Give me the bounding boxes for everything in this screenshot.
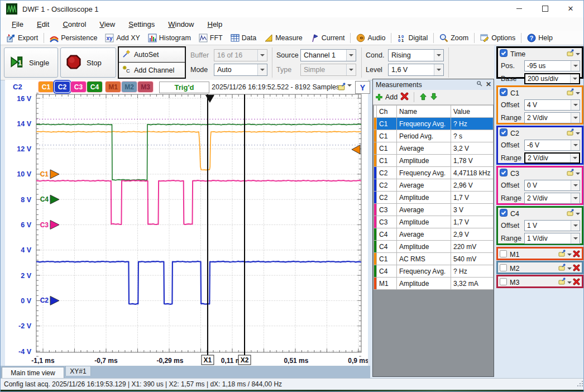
channel-button-M2[interactable]: M2 xyxy=(122,82,137,92)
delete-channel-icon[interactable] xyxy=(573,278,580,288)
c4-offset-select[interactable]: 1 V xyxy=(524,220,580,231)
scope-plot[interactable]: C1C4C3C216 V14 V12 V10 V8 V6 V4 V2 V0 V-… xyxy=(5,80,368,366)
channel-menu-icon[interactable] xyxy=(567,169,575,179)
mode-select[interactable]: Auto xyxy=(214,64,267,76)
channel-menu-icon[interactable] xyxy=(567,49,575,59)
histogram-button[interactable]: Histogram xyxy=(144,32,195,44)
pin-icon[interactable] xyxy=(476,80,482,88)
menu-window[interactable]: Window xyxy=(161,18,200,30)
measurement-row[interactable]: C2Amplitude1,7 V xyxy=(374,192,494,204)
persistence-button[interactable]: Persistence xyxy=(46,32,101,44)
channel-menu-icon[interactable] xyxy=(567,88,575,98)
menu-file[interactable]: File xyxy=(5,18,30,30)
maximize-button[interactable] xyxy=(532,1,558,17)
measurement-row[interactable]: C4Amplitude220 mV xyxy=(374,241,494,253)
fft-button[interactable]: FFT xyxy=(195,32,227,44)
delete-measurement-button[interactable] xyxy=(400,92,409,102)
chevron-down-icon[interactable] xyxy=(571,61,580,71)
digital-button[interactable]: 1001Digital xyxy=(393,32,432,44)
checkbox-M2[interactable] xyxy=(500,264,507,274)
export-button[interactable]: Export xyxy=(3,32,42,44)
measurement-row[interactable]: C1AC RMS540 mV xyxy=(374,253,494,265)
addxy-button[interactable]: xyAdd XY xyxy=(101,32,143,44)
channel-button-C2[interactable]: C2 xyxy=(55,82,70,92)
measurement-row[interactable]: C1Frequency Avg.? Hz xyxy=(374,118,494,130)
buffer-select[interactable]: 16 of 16 xyxy=(214,49,267,61)
autoset-button[interactable]: AutoSet xyxy=(119,47,185,63)
c3-range-select[interactable]: 2 V/div xyxy=(524,193,580,204)
checkbox-M1[interactable] xyxy=(500,250,507,260)
chevron-down-icon[interactable] xyxy=(347,87,352,97)
add-channel-button[interactable]: C Add Channel xyxy=(119,63,185,78)
chevron-down-icon[interactable] xyxy=(571,193,580,203)
menu-edit[interactable]: Edit xyxy=(30,18,56,30)
channel-menu-icon[interactable] xyxy=(567,128,575,138)
channel-button-C4[interactable]: C4 xyxy=(87,82,102,92)
checkbox-C4[interactable] xyxy=(500,209,508,219)
time-pos-select[interactable]: -95 us xyxy=(524,60,580,71)
move-up-button[interactable] xyxy=(419,93,427,102)
menu-help[interactable]: Help xyxy=(200,18,229,30)
c1-offset-select[interactable]: 4 V xyxy=(524,99,580,111)
help-button[interactable]: ?Help xyxy=(523,32,557,44)
channel-menu-icon[interactable] xyxy=(558,250,566,260)
level-select[interactable]: 1,6 V xyxy=(388,64,444,76)
channel-menu-icon[interactable] xyxy=(558,278,566,288)
chevron-down-icon[interactable] xyxy=(571,140,580,150)
audio-button[interactable]: Audio xyxy=(352,32,389,44)
chevron-down-icon[interactable] xyxy=(571,233,580,243)
chevron-down-icon[interactable] xyxy=(571,180,580,190)
channel-button-C3[interactable]: C3 xyxy=(71,82,86,92)
measurement-row[interactable]: C1Period Avg.? s xyxy=(374,130,494,142)
move-down-button[interactable] xyxy=(430,93,438,102)
chevron-down-icon[interactable] xyxy=(571,221,580,231)
c1-range-select[interactable]: 2 V/div xyxy=(524,112,580,123)
c2-range-select[interactable]: 2 V/div xyxy=(524,152,580,164)
minimize-button[interactable] xyxy=(506,1,532,17)
column-header-value[interactable]: Value xyxy=(451,106,494,118)
delete-channel-icon[interactable] xyxy=(573,250,580,260)
column-header-name[interactable]: Name xyxy=(397,106,451,118)
tab-xy-1[interactable]: XY#1 xyxy=(65,366,91,376)
measurement-row[interactable]: C3Average3 V xyxy=(374,204,494,216)
checkbox-time[interactable] xyxy=(500,49,508,59)
menu-settings[interactable]: Settings xyxy=(122,18,161,30)
c2-offset-select[interactable]: -6 V xyxy=(524,140,580,151)
chevron-down-icon[interactable] xyxy=(571,100,580,110)
single-button[interactable]: 1 Single xyxy=(4,47,58,78)
zoom-button[interactable]: Zoom xyxy=(435,32,472,44)
menu-view[interactable]: View xyxy=(93,18,122,30)
menu-control[interactable]: Control xyxy=(56,18,93,30)
checkbox-M3[interactable] xyxy=(500,278,507,288)
data-button[interactable]: Data xyxy=(227,32,260,44)
checkbox-C2[interactable] xyxy=(500,128,508,138)
chevron-down-icon[interactable] xyxy=(571,113,580,123)
c4-range-select[interactable]: 1 V/div xyxy=(524,233,580,244)
checkbox-C1[interactable] xyxy=(500,88,508,98)
measure-button[interactable]: Measure xyxy=(260,32,307,44)
column-header-ch[interactable]: Ch xyxy=(377,106,397,118)
y-axis-button[interactable]: Y xyxy=(355,81,370,94)
chevron-down-icon[interactable] xyxy=(570,154,579,162)
plot-menu-icon[interactable] xyxy=(338,83,346,93)
measurement-row[interactable]: C4Average2,9 V xyxy=(374,228,494,241)
measurement-row[interactable]: C2Average2,96 V xyxy=(374,179,494,192)
measurement-row[interactable]: C1Average3,2 V xyxy=(374,142,494,155)
stop-button[interactable]: Stop xyxy=(60,47,116,78)
source-select[interactable]: Channel 1 xyxy=(300,49,356,61)
options-button[interactable]: Options xyxy=(476,32,519,44)
chevron-down-icon[interactable] xyxy=(570,74,579,83)
resize-grip[interactable] xyxy=(577,380,583,389)
channel-button-M1[interactable]: M1 xyxy=(106,82,121,92)
checkbox-C3[interactable] xyxy=(500,169,508,179)
close-button[interactable]: ✕ xyxy=(558,1,583,17)
channel-button-M3[interactable]: M3 xyxy=(138,82,153,92)
measurement-row[interactable]: C2Frequency Avg.4,47118 kHz xyxy=(374,167,494,179)
add-measurement-button[interactable]: Add xyxy=(375,93,398,101)
c3-offset-select[interactable]: 0 V xyxy=(524,180,580,191)
time-base-select[interactable]: 200 us/div xyxy=(524,73,580,84)
measurement-row[interactable]: C3Amplitude1,7 V xyxy=(374,216,494,228)
measurement-row[interactable]: C1Amplitude1,78 V xyxy=(374,155,494,167)
type-select[interactable]: Simple xyxy=(300,64,356,76)
measurement-row[interactable]: C4Frequency Avg.? Hz xyxy=(374,265,494,278)
